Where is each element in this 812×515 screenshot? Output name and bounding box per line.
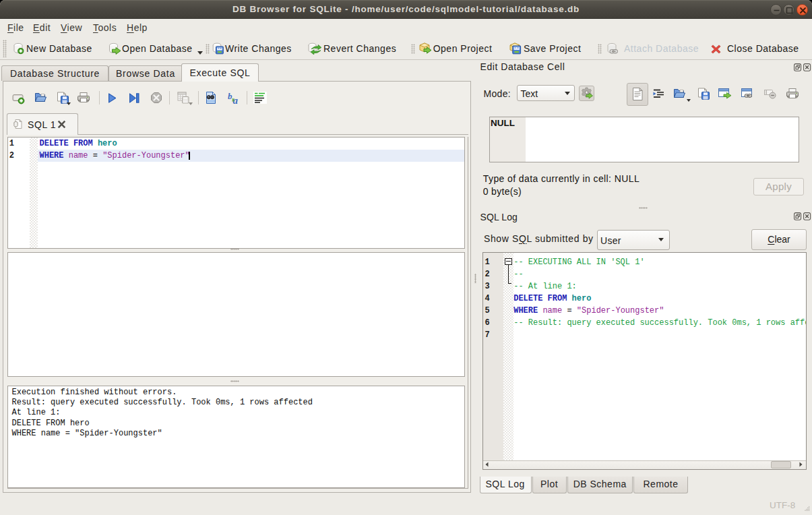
svg-text:b: b <box>228 92 232 101</box>
